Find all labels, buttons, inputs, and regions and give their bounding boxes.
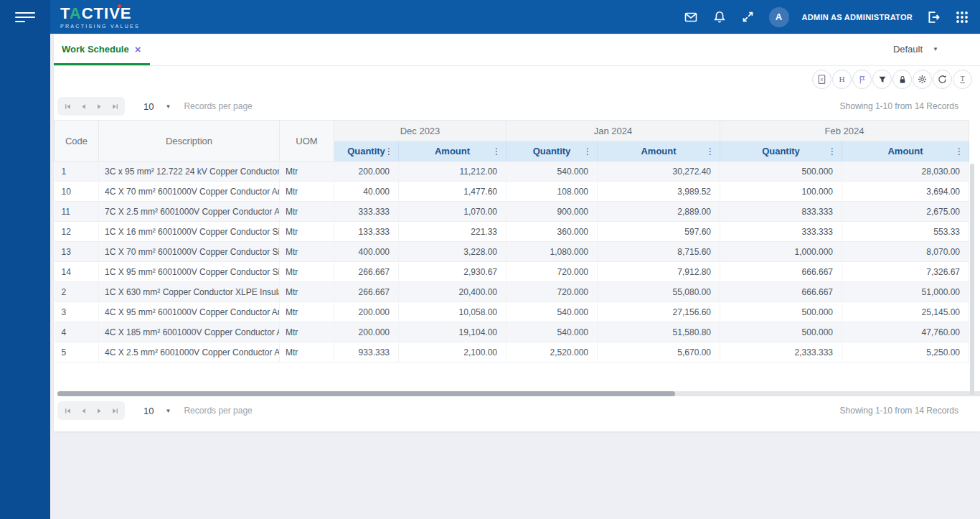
cell-description: 4C X 185 mm² 6001000V Copper Conductor A… <box>99 322 280 342</box>
first-page-icon[interactable] <box>62 99 73 113</box>
cell-jan-amount: 51,580.80 <box>598 322 720 342</box>
horizontal-scrollbar[interactable] <box>57 391 980 396</box>
column-menu-icon[interactable]: ⋮ <box>706 146 715 156</box>
column-menu-icon[interactable]: ⋮ <box>583 146 592 156</box>
cell-feb-amount: 47,760.00 <box>842 322 969 342</box>
header-month-dec-2023: Dec 2023 <box>334 121 507 141</box>
table-row[interactable]: 14 1C X 95 mm² 6001000V Copper Conductor… <box>55 262 969 282</box>
page-size-value[interactable]: 10 <box>143 406 154 416</box>
cell-uom: Mtr <box>280 322 334 342</box>
flag-button[interactable] <box>852 70 872 89</box>
cell-feb-amount: 28,030.00 <box>842 162 969 182</box>
column-menu-icon[interactable]: ⋮ <box>492 146 501 156</box>
showing-records-label: Showing 1-10 from 14 Records <box>840 406 958 416</box>
column-menu-icon[interactable]: ⋮ <box>955 146 963 156</box>
header-feb-amount[interactable]: Amount⋮ <box>842 141 969 162</box>
cell-description: 4C X 2.5 mm² 6001000V Copper Conductor A… <box>99 342 280 363</box>
user-avatar[interactable]: A <box>769 7 789 27</box>
cell-jan-amount: 8,715.60 <box>598 242 720 262</box>
cell-dec-quantity: 133.333 <box>334 222 399 242</box>
cell-description: 1C X 16 mm² 6001000V Copper Conductor Si… <box>99 222 280 242</box>
cell-jan-amount: 5,670.00 <box>598 342 720 363</box>
cell-description: 4C X 70 mm² 6001000V Copper Conductor Ar… <box>99 182 280 202</box>
cell-uom: Mtr <box>280 222 334 242</box>
cell-jan-quantity: 360.000 <box>507 222 598 242</box>
vertical-scrollbar[interactable] <box>970 164 974 395</box>
apps-grid-icon[interactable] <box>954 9 970 25</box>
column-menu-icon[interactable]: ⋮ <box>828 146 837 156</box>
cell-jan-amount: 27,156.60 <box>598 302 720 322</box>
table-row[interactable]: 12 1C X 16 mm² 6001000V Copper Conductor… <box>55 222 969 242</box>
page-size-caret-icon[interactable]: ▼ <box>165 103 171 110</box>
cell-dec-amount: 1,070.00 <box>399 202 507 222</box>
header-description[interactable]: Description <box>99 121 280 162</box>
cell-dec-quantity: 200.000 <box>334 302 399 322</box>
column-menu-icon[interactable]: ⋮ <box>385 146 393 156</box>
pagination-bar-bottom: 10 ▼ Records per page Showing 1-10 from … <box>57 401 958 421</box>
cell-feb-amount: 7,326.67 <box>842 262 969 282</box>
lock-button[interactable] <box>892 70 912 89</box>
header-jan-quantity[interactable]: Quantity⋮ <box>507 141 598 162</box>
filter-icon[interactable] <box>872 70 892 89</box>
tab-work-schedule[interactable]: Work Schedule × <box>62 44 141 55</box>
cell-dec-amount: 221.33 <box>399 222 507 242</box>
last-page-icon[interactable] <box>109 99 121 113</box>
cell-dec-amount: 1,477.60 <box>399 182 507 202</box>
cell-description: 3C x 95 mm² 12.722 24 kV Copper Conducto… <box>99 162 280 182</box>
prev-page-icon[interactable] <box>77 99 89 113</box>
last-page-icon[interactable] <box>109 403 121 418</box>
next-page-icon[interactable] <box>93 99 105 113</box>
view-selector-dropdown[interactable]: Default ▼ <box>893 44 938 55</box>
table-row[interactable]: 13 1C X 70 mm² 6001000V Copper Conductor… <box>55 242 969 262</box>
cell-uom: Mtr <box>280 182 334 202</box>
cell-jan-amount: 55,080.00 <box>598 282 720 302</box>
cell-uom: Mtr <box>280 162 334 182</box>
logout-icon[interactable] <box>925 9 941 25</box>
h-column-button[interactable]: H <box>832 70 852 89</box>
table-row[interactable]: 10 4C X 70 mm² 6001000V Copper Conductor… <box>55 182 969 202</box>
header-feb-quantity[interactable]: Quantity⋮ <box>720 141 842 162</box>
brand-subtitle: PRACTISING VALUES <box>60 24 140 29</box>
horizontal-scrollbar-thumb[interactable] <box>57 391 675 396</box>
grid-toolbar: x H T <box>812 70 972 89</box>
cell-feb-quantity: 666.667 <box>720 282 842 302</box>
table-row[interactable]: 4 4C X 185 mm² 6001000V Copper Conductor… <box>55 322 969 342</box>
page-size-caret-icon[interactable]: ▼ <box>165 408 171 414</box>
header-uom[interactable]: UOM <box>280 121 334 162</box>
cell-code: 14 <box>55 262 99 282</box>
tab-active-underline <box>54 63 150 65</box>
header-dec-quantity[interactable]: Quantity⋮ <box>334 141 399 162</box>
table-row[interactable]: 5 4C X 2.5 mm² 6001000V Copper Conductor… <box>55 342 969 363</box>
cell-feb-amount: 8,070.00 <box>842 242 969 262</box>
next-page-icon[interactable] <box>93 403 105 418</box>
gear-icon[interactable] <box>913 70 932 89</box>
table-row[interactable]: 1 3C x 95 mm² 12.722 24 kV Copper Conduc… <box>55 162 969 182</box>
first-page-icon[interactable] <box>62 403 73 418</box>
cell-feb-quantity: 500.000 <box>720 302 842 322</box>
svg-text:H: H <box>839 75 844 83</box>
tab-close-icon[interactable]: × <box>135 44 141 55</box>
table-row[interactable]: 11 7C X 2.5 mm² 6001000V Copper Conducto… <box>55 202 969 222</box>
fullscreen-icon[interactable] <box>740 9 756 25</box>
cell-feb-quantity: 500.000 <box>720 322 842 342</box>
table-row[interactable]: 2 1C X 630 mm² Copper Conductor XLPE Ins… <box>55 282 969 302</box>
mail-icon[interactable] <box>683 9 699 25</box>
cell-jan-quantity: 900.000 <box>507 202 598 222</box>
text-format-button[interactable]: T <box>953 70 972 89</box>
page-size-value[interactable]: 10 <box>143 101 154 112</box>
cell-feb-quantity: 1,000.000 <box>720 242 842 262</box>
table-row[interactable]: 3 4C X 95 mm² 6001000V Copper Conductor … <box>55 302 969 322</box>
cell-uom: Mtr <box>280 202 334 222</box>
header-jan-amount[interactable]: Amount⋮ <box>598 141 720 162</box>
export-excel-button[interactable]: x <box>812 70 831 89</box>
cell-uom: Mtr <box>280 342 334 363</box>
bell-icon[interactable] <box>712 9 727 25</box>
menu-hamburger-icon[interactable] <box>15 9 35 25</box>
header-dec-amount[interactable]: Amount⋮ <box>399 141 507 162</box>
refresh-icon[interactable] <box>933 70 952 89</box>
prev-page-icon[interactable] <box>77 403 89 418</box>
cell-feb-quantity: 100.000 <box>720 182 842 202</box>
cell-uom: Mtr <box>280 302 334 322</box>
header-code[interactable]: Code <box>55 121 99 162</box>
records-per-page-label: Records per page <box>184 101 252 111</box>
